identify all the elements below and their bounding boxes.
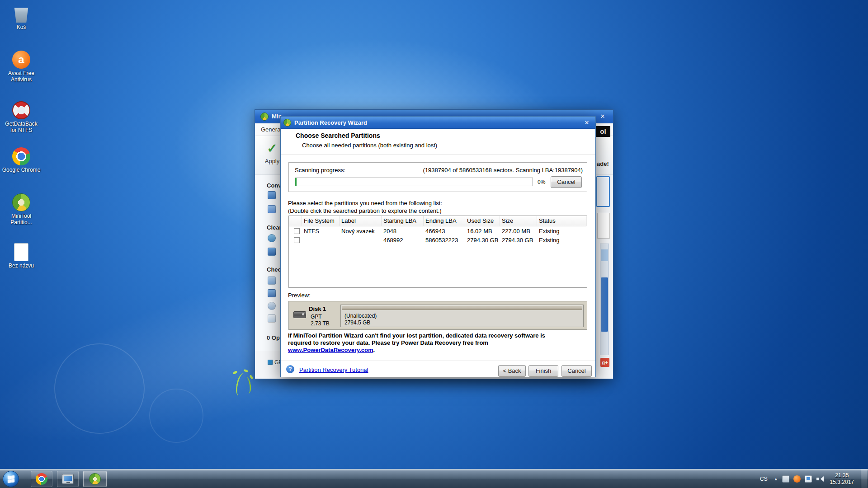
- desktop-icon-untitled-file[interactable]: Bez názvu: [2, 243, 41, 269]
- dialog-heading: Choose Searched Partitions: [296, 132, 380, 139]
- finish-button[interactable]: Finish: [528, 365, 558, 377]
- wallpaper-bokeh: [54, 343, 145, 434]
- warning-line: required to restore your data. Please tr…: [288, 339, 577, 347]
- desktop-icon-recycle-bin[interactable]: Koš: [2, 5, 41, 30]
- system-tray: CS ▲ 21:35 15.3.2017: [758, 469, 868, 488]
- column-header[interactable]: Size: [500, 216, 537, 226]
- scrollbar-thumb[interactable]: [601, 277, 608, 332]
- scanning-status-text: (19387904 of 5860533168 sectors. Scannin…: [423, 167, 583, 174]
- cell-used-size: 16.02 MB: [465, 228, 500, 235]
- dialog-titlebar[interactable]: Partition Recovery Wizard ✕: [281, 117, 595, 129]
- warning-line: If MiniTool Partition Wizard can't find …: [288, 332, 577, 339]
- chrome-icon: [12, 147, 30, 165]
- column-header[interactable]: Used Size: [465, 216, 500, 226]
- desktop-icon-label: MiniTool Partitio...: [2, 213, 41, 225]
- scan-cancel-button[interactable]: Cancel: [551, 176, 582, 188]
- chrome-icon: [36, 473, 47, 485]
- divider: [281, 155, 595, 155]
- double-click-note: (Double click the searched partition to …: [288, 207, 442, 214]
- partition-bar[interactable]: (Unallocated) 2794.5 GB: [340, 305, 584, 327]
- show-desktop-button[interactable]: [861, 469, 867, 488]
- main-window-sidebar: Conv Clean Check: [255, 175, 283, 351]
- legend-color-swatch: [268, 360, 273, 365]
- column-header[interactable]: Label: [340, 216, 382, 226]
- desktop-icon-label: Google Chrome: [2, 167, 41, 173]
- sidebar-item-icon[interactable]: [268, 191, 276, 199]
- desktop-icon-label: Avast Free Antivirus: [2, 70, 41, 83]
- sidebar-item-icon[interactable]: [268, 205, 276, 213]
- disk-name: Disk 1: [309, 305, 326, 312]
- tray-action-center-icon[interactable]: [805, 475, 812, 483]
- desktop-icon-minitool[interactable]: MiniTool Partitio...: [2, 193, 41, 225]
- cell-status: Existing: [537, 237, 587, 244]
- column-header[interactable]: Starting LBA: [382, 216, 424, 226]
- cancel-button[interactable]: Cancel: [561, 365, 592, 377]
- promo-panel[interactable]: [597, 213, 610, 239]
- cell-size: 2794.30 GB: [500, 237, 537, 244]
- wizard-dialog-icon: [283, 119, 291, 127]
- scrollbar[interactable]: [600, 244, 609, 355]
- cell-ending-lba: 466943: [424, 228, 465, 235]
- sidebar-item-icon[interactable]: [268, 234, 276, 242]
- cell-status: Existing: [537, 228, 587, 235]
- tutorial-link[interactable]: Partition Recovery Tutorial: [299, 366, 368, 373]
- clock-date: 15.3.2017: [830, 479, 854, 486]
- windows-flag-icon: [8, 475, 14, 483]
- tray-app-icon[interactable]: [782, 475, 789, 483]
- desktop-icon-getdataback[interactable]: GetDataBack for NTFS: [2, 101, 41, 133]
- scan-progress-fill: [295, 178, 297, 186]
- column-header[interactable]: File System: [302, 216, 340, 226]
- volume-icon[interactable]: [816, 475, 823, 483]
- main-window-close-icon[interactable]: ✕: [597, 112, 609, 121]
- upgrade-text-fragment: ade!: [597, 160, 609, 167]
- help-icon[interactable]: ?: [286, 365, 294, 373]
- dialog-close-icon[interactable]: ✕: [581, 118, 592, 127]
- recycle-bin-icon: [12, 5, 30, 23]
- partition-checkbox[interactable]: [294, 228, 300, 234]
- minitool-app-icon: [260, 113, 269, 121]
- cell-file-system: NTFS: [302, 228, 340, 235]
- partition-bar-strip: [342, 306, 582, 310]
- sidebar-item-icon[interactable]: [268, 248, 276, 256]
- taskbar-button-chrome[interactable]: [31, 471, 52, 487]
- back-button[interactable]: < Back: [498, 365, 526, 377]
- power-data-recovery-link[interactable]: www.PowerDataRecovery.com: [288, 347, 373, 353]
- dialog-subheading: Choose all needed partitions (both exist…: [302, 142, 437, 149]
- tray-avast-icon[interactable]: [793, 475, 801, 483]
- partition-size: 2794.5 GB: [344, 319, 370, 326]
- minitool-logo-fragment: ol: [596, 126, 610, 137]
- data-recovery-warning: If MiniTool Partition Wizard can't find …: [288, 332, 577, 354]
- sidebar-item-icon[interactable]: [268, 277, 276, 285]
- column-header[interactable]: Ending LBA: [424, 216, 465, 226]
- desktop-icon-chrome[interactable]: Google Chrome: [2, 147, 41, 173]
- disk-preview-panel: Disk 1 GPT 2.73 TB (Unallocated) 2794.5 …: [288, 301, 587, 330]
- taskbar-button-viewer[interactable]: [57, 471, 79, 487]
- start-button[interactable]: [3, 471, 19, 487]
- sidebar-item-icon[interactable]: [268, 302, 276, 310]
- sidebar-item-icon[interactable]: [268, 314, 276, 323]
- cell-ending-lba: 5860532223: [424, 237, 465, 244]
- promo-panel[interactable]: [596, 176, 610, 207]
- sidebar-item-icon[interactable]: [268, 289, 276, 297]
- taskbar-clock[interactable]: 21:35 15.3.2017: [827, 472, 857, 486]
- cell-starting-lba: 468992: [382, 237, 424, 244]
- wallpaper-sprout: [228, 370, 255, 401]
- wallpaper-bokeh: [149, 389, 203, 443]
- partition-checkbox[interactable]: [294, 237, 300, 243]
- language-indicator[interactable]: CS: [758, 474, 770, 484]
- menu-item-general[interactable]: General: [261, 126, 282, 133]
- column-header[interactable]: Status: [537, 216, 587, 226]
- google-plus-icon[interactable]: g+: [600, 358, 609, 367]
- desktop-icon-avast[interactable]: a Avast Free Antivirus: [2, 51, 41, 83]
- minitool-icon: [12, 193, 30, 211]
- table-row[interactable]: NTFS Nový svazek 2048 466943 16.02 MB 22…: [289, 226, 587, 235]
- monitor-icon: [62, 474, 74, 484]
- disk-partition-style: GPT: [311, 314, 322, 320]
- file-icon: [14, 243, 28, 261]
- table-header-row: File System Label Starting LBA Ending LB…: [289, 216, 587, 226]
- scrollbar-segment: [601, 249, 608, 261]
- taskbar-button-minitool[interactable]: [83, 471, 107, 487]
- minitool-icon: [89, 473, 101, 485]
- tray-expand-icon[interactable]: ▲: [774, 477, 778, 481]
- table-row[interactable]: 468992 5860532223 2794.30 GB 2794.30 GB …: [289, 235, 587, 244]
